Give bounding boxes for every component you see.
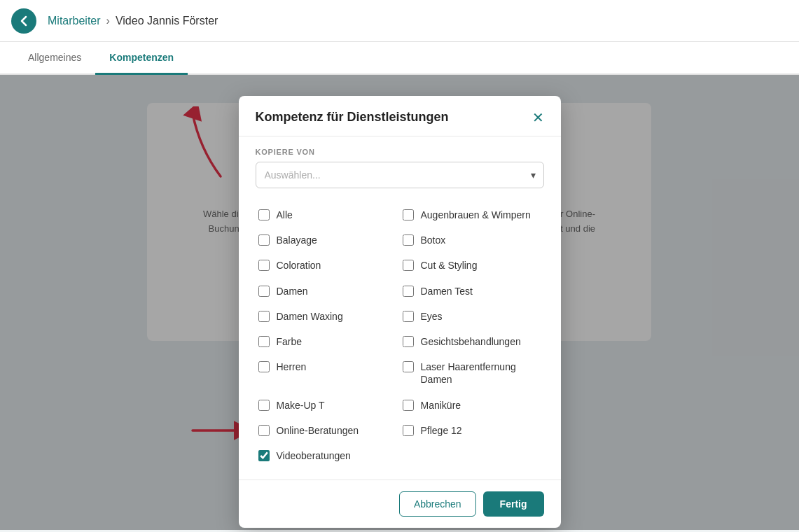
checkbox-item-videoberatungen: Videoberatungen [256, 443, 400, 468]
checkbox-item-online-beratungen: Online-Beratungen [256, 418, 400, 443]
checkbox-label-damen: Damen [277, 285, 308, 298]
checkbox-balayage[interactable] [258, 234, 270, 246]
checkbox-augenbrauen[interactable] [403, 209, 414, 220]
checkbox-botox[interactable] [403, 234, 414, 246]
tabs-bar: Allgemeines Kompetenzen [0, 42, 799, 75]
tab-allgemeines[interactable]: Allgemeines [14, 42, 95, 75]
checkbox-label-manikuere: Maniküre [421, 399, 461, 412]
header: Mitarbeiter › Video Jannis Förster [0, 0, 799, 42]
checkbox-label-alle: Alle [277, 209, 293, 221]
breadcrumb-separator: › [106, 15, 110, 27]
checkbox-farbe[interactable] [258, 336, 270, 347]
checkbox-label-online-beratungen: Online-Beratungen [277, 424, 359, 437]
checkbox-pflege[interactable] [403, 425, 414, 436]
modal-footer: Abbrechen Fertig [239, 479, 561, 528]
copy-label: KOPIERE VON [256, 148, 544, 156]
modal-body: KOPIERE VON Auswählen... ▾ Alle Augenbra… [239, 136, 561, 479]
checkbox-item-herren: Herren [256, 354, 400, 392]
checkbox-makeup[interactable] [258, 400, 270, 411]
breadcrumb: Mitarbeiter › Video Jannis Förster [48, 15, 218, 27]
checkbox-item-balayage: Balayage [256, 227, 400, 253]
checkbox-item-manikuere: Maniküre [400, 393, 544, 418]
modal-header: Kompetenz für Dienstleistungen ✕ [239, 96, 561, 136]
checkbox-label-pflege: Pflege 12 [421, 424, 462, 437]
checkbox-label-damen-test: Damen Test [421, 285, 473, 298]
checkbox-label-augenbrauen: Augenbrauen & Wimpern [421, 209, 531, 221]
checkbox-label-farbe: Farbe [277, 335, 303, 348]
checkbox-label-balayage: Balayage [277, 234, 317, 246]
checkbox-coloration[interactable] [258, 260, 270, 271]
copy-from-select[interactable]: Auswählen... [256, 162, 544, 188]
checkbox-label-eyes: Eyes [421, 310, 443, 323]
checkbox-herren[interactable] [258, 361, 270, 372]
checkbox-item-damen: Damen [256, 279, 400, 304]
checkbox-item-eyes: Eyes [400, 304, 544, 329]
cancel-button[interactable]: Abbrechen [399, 491, 476, 517]
checkbox-label-coloration: Coloration [277, 259, 321, 272]
checkbox-label-herren: Herren [277, 360, 307, 373]
confirm-button[interactable]: Fertig [483, 491, 544, 517]
modal-dialog: Kompetenz für Dienstleistungen ✕ KOPIERE… [239, 96, 561, 528]
checkbox-label-laser: Laser Haarentfernung Damen [421, 360, 541, 386]
checkbox-label-videoberatungen: Videoberatungen [277, 449, 351, 462]
checkbox-label-gesichtsbehandlungen: Gesichtsbehandlungen [421, 335, 521, 348]
checkbox-damen[interactable] [258, 286, 270, 297]
checkbox-item-damen-waxing: Damen Waxing [256, 304, 400, 329]
checkbox-videoberatungen[interactable] [258, 450, 270, 461]
checkbox-item-damen-test: Damen Test [400, 279, 544, 304]
checkbox-item-gesichtsbehandlungen: Gesichtsbehandlungen [400, 329, 544, 354]
page-content: Wähle die Di...Buchung t... ei der Onlin… [0, 75, 799, 530]
checkbox-laser[interactable] [403, 361, 414, 372]
checkbox-item-makeup: Make-Up T [256, 393, 400, 418]
checkbox-manikuere[interactable] [403, 400, 414, 411]
checkbox-item-botox: Botox [400, 227, 544, 253]
checkbox-item-laser: Laser Haarentfernung Damen [400, 354, 544, 392]
checkbox-item-alle: Alle [256, 202, 400, 227]
checkbox-label-damen-waxing: Damen Waxing [277, 310, 343, 323]
modal-close-button[interactable]: ✕ [532, 111, 544, 125]
checkbox-item-pflege: Pflege 12 [400, 418, 544, 443]
checkbox-damen-waxing[interactable] [258, 311, 270, 322]
modal-title: Kompetenz für Dienstleistungen [256, 110, 449, 125]
checkbox-label-makeup: Make-Up T [277, 399, 325, 412]
checkbox-label-botox: Botox [421, 234, 446, 246]
checkbox-eyes[interactable] [403, 311, 414, 322]
checkbox-label-cut-styling: Cut & Styling [421, 259, 478, 272]
breadcrumb-link[interactable]: Mitarbeiter [48, 15, 101, 27]
checkbox-item-cut-styling: Cut & Styling [400, 253, 544, 278]
tab-kompetenzen[interactable]: Kompetenzen [95, 42, 188, 75]
copy-from-select-wrapper: Auswählen... ▾ [256, 162, 544, 188]
checkbox-alle[interactable] [258, 209, 270, 220]
checkbox-item-farbe: Farbe [256, 329, 400, 354]
services-checkbox-grid: Alle Augenbrauen & Wimpern Balayage Boto… [256, 202, 544, 468]
checkbox-cut-styling[interactable] [403, 260, 414, 271]
checkbox-item-coloration: Coloration [256, 253, 400, 278]
checkbox-gesichtsbehandlungen[interactable] [403, 336, 414, 347]
checkbox-online-beratungen[interactable] [258, 425, 270, 436]
back-button[interactable] [11, 8, 36, 34]
checkbox-item-augenbrauen: Augenbrauen & Wimpern [400, 202, 544, 227]
breadcrumb-current: Video Jannis Förster [116, 15, 218, 27]
checkbox-damen-test[interactable] [403, 286, 414, 297]
